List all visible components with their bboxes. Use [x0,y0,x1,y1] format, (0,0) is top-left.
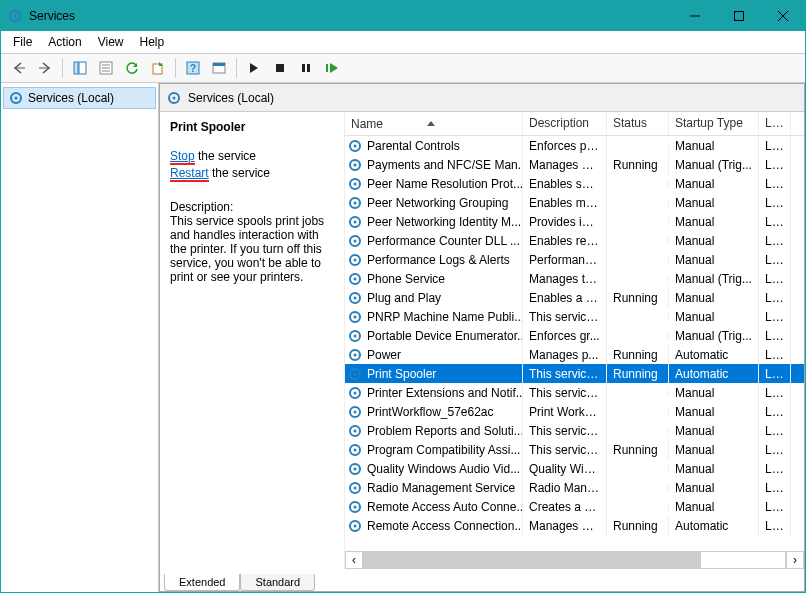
col-startup-type[interactable]: Startup Type [669,112,759,135]
svg-rect-18 [213,63,225,66]
svg-rect-8 [74,62,78,74]
description-text: This service spools print jobs and handl… [170,214,334,284]
svg-point-44 [354,296,357,299]
nav-services-local[interactable]: Services (Local) [3,87,156,109]
col-description[interactable]: Description [523,112,607,135]
titlebar[interactable]: Services [1,1,805,31]
stop-link[interactable]: Stop [170,149,195,163]
help-button[interactable]: ? [181,56,205,80]
service-grid: Name Description Status Startup Type Log… [344,112,804,569]
service-name: PNRP Machine Name Publi... [367,310,523,324]
detail-pane: Print Spooler Stop the service Restart t… [160,112,344,569]
svg-point-28 [354,144,357,147]
window-title: Services [29,9,75,23]
service-status: Running [607,439,669,461]
scroll-left-button[interactable]: ‹ [345,551,363,569]
menu-file[interactable]: File [5,33,40,51]
minimize-button[interactable] [673,1,717,31]
service-icon [347,442,363,458]
services-icon [8,90,24,106]
svg-point-42 [354,277,357,280]
service-status [607,427,669,435]
service-name: Remote Access Auto Conne... [367,500,523,514]
start-service-button[interactable] [242,56,266,80]
nav-label: Services (Local) [28,91,114,105]
scroll-thumb[interactable] [364,552,701,568]
svg-point-38 [354,239,357,242]
service-name: Problem Reports and Soluti... [367,424,523,438]
service-status [607,465,669,473]
menu-help[interactable]: Help [132,33,173,51]
service-row[interactable]: Remote Access Connection...Manages di...… [345,516,804,535]
service-status [607,218,669,226]
svg-point-30 [354,163,357,166]
service-description: Manages di... [523,515,607,537]
restart-link[interactable]: Restart [170,166,209,180]
service-name: Portable Device Enumerator... [367,329,523,343]
col-log-on-as[interactable]: Log [759,112,791,135]
svg-point-54 [354,391,357,394]
service-name: Payments and NFC/SE Man... [367,158,523,172]
svg-point-1 [14,15,17,18]
svg-point-40 [354,258,357,261]
scroll-right-button[interactable]: › [786,551,804,569]
tab-standard[interactable]: Standard [240,574,315,591]
horizontal-scrollbar[interactable]: ‹ › [345,551,804,569]
back-button[interactable] [7,56,31,80]
service-name: Performance Counter DLL ... [367,234,520,248]
svg-rect-21 [307,64,310,72]
service-name: Plug and Play [367,291,441,305]
service-name: Power [367,348,401,362]
service-name: Peer Networking Identity M... [367,215,521,229]
grid-header: Name Description Status Startup Type Log [345,112,804,136]
svg-point-68 [354,524,357,527]
service-name: Quality Windows Audio Vid... [367,462,520,476]
svg-rect-20 [302,64,305,72]
service-icon [347,309,363,325]
restart-service-button[interactable] [320,56,344,80]
service-status [607,256,669,264]
service-status [607,484,669,492]
svg-rect-9 [79,62,86,74]
menu-view[interactable]: View [90,33,132,51]
service-status [607,199,669,207]
stop-suffix: the service [195,149,256,163]
service-icon [347,195,363,211]
show-hide-tree-button[interactable] [68,56,92,80]
refresh-button[interactable] [120,56,144,80]
svg-point-36 [354,220,357,223]
console-button[interactable] [207,56,231,80]
service-icon [347,404,363,420]
navigation-pane: Services (Local) [1,83,159,592]
export-button[interactable] [146,56,170,80]
service-name: Phone Service [367,272,445,286]
properties-button[interactable] [94,56,118,80]
view-tabs: Extended Standard [160,569,804,591]
menu-action[interactable]: Action [40,33,89,51]
service-icon [347,499,363,515]
svg-rect-19 [276,64,284,72]
services-icon [7,8,23,24]
col-name[interactable]: Name [345,112,523,135]
service-icon [347,461,363,477]
svg-point-66 [354,505,357,508]
service-status [607,332,669,340]
service-icon [347,138,363,154]
svg-point-60 [354,448,357,451]
service-icon [347,347,363,363]
service-status [607,503,669,511]
stop-service-button[interactable] [268,56,292,80]
maximize-button[interactable] [717,1,761,31]
service-status [607,275,669,283]
close-button[interactable] [761,1,805,31]
tab-extended[interactable]: Extended [164,574,240,591]
pause-service-button[interactable] [294,56,318,80]
forward-button[interactable] [33,56,57,80]
col-status[interactable]: Status [607,112,669,135]
service-startup-type: Automatic [669,515,759,537]
service-name: Parental Controls [367,139,460,153]
service-icon [347,518,363,534]
description-label: Description: [170,200,334,214]
detail-title: Print Spooler [170,120,334,134]
svg-point-58 [354,429,357,432]
